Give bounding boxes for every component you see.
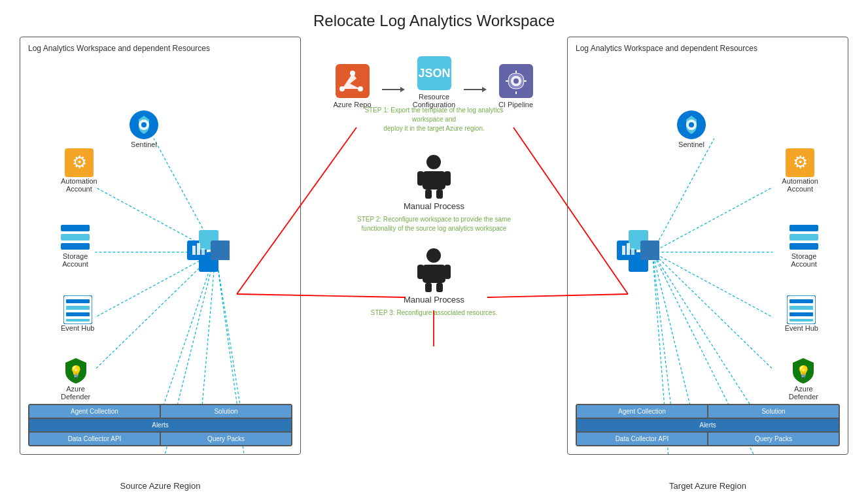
page-title: Relocate Log Analytics Workspace: [0, 0, 868, 37]
right-alerts: Alerts: [576, 418, 839, 432]
right-query-packs: Query Packs: [708, 432, 839, 446]
left-defender-icon: 💡 Azure Defender: [61, 356, 90, 401]
svg-rect-84: [622, 246, 625, 255]
svg-rect-73: [790, 243, 818, 250]
svg-line-61: [652, 252, 672, 415]
svg-rect-29: [197, 243, 200, 255]
sentinel-svg: [128, 109, 160, 141]
right-table-row1: Agent Collection Solution: [576, 405, 839, 418]
right-data-collector: Data Collector API: [576, 432, 708, 446]
ci-pipeline-group: CI Pipeline: [487, 64, 546, 108]
left-data-collector: Data Collector API: [29, 432, 160, 446]
right-storage-label: Storage Account: [791, 252, 817, 268]
svg-rect-22: [66, 319, 90, 322]
left-automation-icon: ⚙ Automation Account: [61, 148, 97, 193]
resource-config-group: JSON Resource Configuration: [405, 56, 464, 108]
right-sentinel-svg: [676, 109, 707, 141]
svg-text:JSON: JSON: [418, 67, 450, 80]
svg-rect-85: [627, 243, 630, 255]
azure-repo-group: Azure Repo: [323, 64, 382, 108]
svg-rect-17: [61, 243, 90, 250]
svg-point-43: [513, 78, 519, 84]
center-area: Azure Repo JSON Resource Configuration: [301, 37, 567, 455]
svg-rect-27: [211, 240, 230, 260]
svg-rect-71: [790, 225, 818, 231]
svg-point-33: [358, 86, 363, 91]
svg-point-44: [426, 155, 441, 169]
azure-repo-icon: [336, 64, 370, 98]
right-defender-label: Azure Defender: [789, 385, 818, 401]
svg-rect-28: [192, 246, 196, 255]
svg-rect-30: [201, 248, 205, 255]
azure-repo-label: Azure Repo: [333, 101, 371, 108]
left-query-packs: Query Packs: [160, 432, 292, 446]
ci-pipeline-icon: [499, 64, 533, 98]
svg-rect-52: [417, 265, 424, 279]
right-eventhub-label: Event Hub: [785, 324, 818, 332]
right-sentinel-icon: Sentinel: [676, 109, 707, 148]
pipeline-row: Azure Repo JSON Resource Configuration: [323, 56, 546, 108]
manual-process-2: Manual Process: [404, 246, 464, 305]
left-storage-icon: Storage Account: [61, 223, 90, 268]
right-table-row2: Alerts: [576, 418, 839, 432]
left-eventhub-icon: Event Hub: [61, 295, 94, 332]
manual-process-1-label: Manual Process: [404, 201, 464, 211]
step1-label: STEP 1: Export the template of the log a…: [356, 106, 513, 133]
left-agent-collection: Agent Collection: [29, 405, 160, 418]
svg-line-5: [160, 252, 216, 415]
left-solution: Solution: [160, 405, 292, 418]
svg-line-56: [652, 139, 714, 252]
svg-rect-21: [66, 312, 90, 316]
right-agent-collection: Agent Collection: [576, 405, 708, 418]
right-solution: Solution: [708, 405, 839, 418]
right-la-svg: [617, 230, 659, 273]
left-workspace-box: Log Analytics Workspace and dependent Re…: [20, 37, 301, 455]
svg-point-32: [350, 71, 355, 76]
person-icon-2: [416, 246, 452, 292]
left-bottom-table: Agent Collection Solution Alerts Data Co…: [28, 404, 292, 446]
storage-svg: [61, 223, 90, 252]
svg-rect-55: [436, 283, 443, 292]
svg-rect-19: [66, 299, 90, 303]
right-storage-svg: [790, 223, 818, 252]
step3-label: STEP 3: Reconfigure associated resources…: [371, 308, 498, 318]
right-defender-svg: 💡: [789, 356, 818, 385]
right-bottom-table: Agent Collection Solution Alerts Data Co…: [576, 404, 840, 446]
left-sentinel-label: Sentinel: [131, 141, 157, 148]
person-icon-1: [416, 153, 452, 199]
left-eventhub-label: Event Hub: [61, 324, 94, 332]
left-defender-label: Azure Defender: [61, 385, 90, 401]
svg-rect-51: [423, 265, 445, 283]
svg-rect-20: [66, 306, 90, 310]
svg-rect-53: [444, 265, 451, 279]
left-region-label: Source Azure Region: [20, 481, 301, 491]
right-la-icon: [617, 230, 659, 273]
la-main-svg: [187, 230, 230, 273]
arrow-line-1: [382, 85, 405, 94]
svg-rect-16: [61, 234, 90, 240]
svg-rect-47: [444, 171, 451, 186]
manual-process-1: Manual Process: [404, 153, 464, 211]
svg-marker-36: [400, 87, 405, 92]
step2-label: STEP 2: Reconfigure workspace to provide…: [357, 215, 511, 233]
svg-point-12: [141, 122, 147, 127]
right-storage-icon: Storage Account: [790, 223, 818, 268]
left-alerts: Alerts: [29, 418, 292, 432]
ci-pipeline-label: CI Pipeline: [498, 101, 533, 108]
left-table-row2: Alerts: [29, 418, 292, 432]
svg-marker-40: [482, 87, 487, 92]
right-automation-label: Automation Account: [782, 177, 818, 193]
left-storage-label: Storage Account: [62, 252, 88, 268]
svg-text:⚙: ⚙: [71, 152, 86, 172]
right-automation-icon: ⚙ Automation Account: [782, 148, 818, 193]
svg-rect-54: [425, 283, 432, 292]
right-region-label: Target Azure Region: [567, 481, 848, 491]
left-box-label: Log Analytics Workspace and dependent Re…: [28, 44, 210, 53]
right-sentinel-label: Sentinel: [678, 141, 704, 148]
svg-line-60: [652, 252, 773, 369]
arrow-line-2: [464, 85, 487, 94]
svg-rect-49: [436, 190, 443, 199]
svg-point-50: [426, 248, 441, 263]
left-la-icon: [187, 230, 230, 273]
svg-rect-45: [423, 171, 445, 190]
